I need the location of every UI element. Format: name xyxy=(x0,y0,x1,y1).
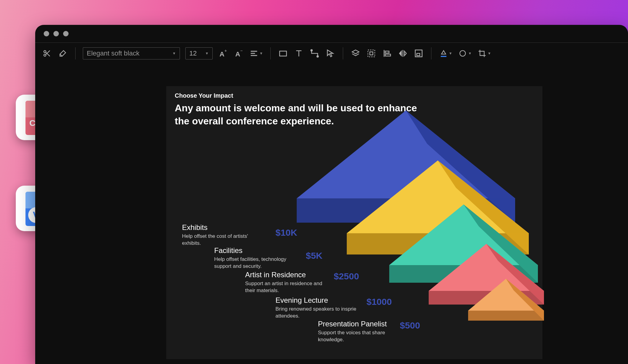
tier-amount: $10K xyxy=(275,228,297,238)
tier-desc: Help offset facilities, technology suppo… xyxy=(214,256,293,270)
svg-point-3 xyxy=(44,51,46,53)
font-family-value: Elegant soft black xyxy=(87,49,140,57)
rectangle-shape-icon[interactable] xyxy=(278,48,288,59)
window-titlebar xyxy=(35,25,628,42)
svg-rect-23 xyxy=(385,54,391,56)
cut-icon[interactable] xyxy=(42,48,52,59)
chevron-down-icon: ▼ xyxy=(205,51,209,56)
tier-desc: Help offset the cost of artists' exhibit… xyxy=(182,233,261,247)
align-objects-icon[interactable] xyxy=(382,48,392,59)
minimize-window-button[interactable] xyxy=(53,31,59,36)
decrease-font-icon[interactable]: A− xyxy=(234,48,244,59)
tier-label: Evening Lecture xyxy=(275,296,328,305)
connector-icon[interactable] xyxy=(309,48,320,59)
svg-text:A: A xyxy=(235,50,240,58)
align-icon[interactable]: ▼ xyxy=(250,48,263,59)
font-size-select[interactable]: 12 ▼ xyxy=(185,47,213,59)
svg-text:−: − xyxy=(240,49,243,53)
svg-rect-19 xyxy=(368,50,375,57)
svg-rect-14 xyxy=(280,51,287,56)
svg-point-18 xyxy=(317,56,319,57)
tier-amount: $2500 xyxy=(334,271,359,281)
tier-desc: Support the voices that share knowledge. xyxy=(318,329,397,343)
svg-rect-26 xyxy=(441,56,447,57)
text-tool-icon[interactable] xyxy=(294,48,304,59)
svg-text:+: + xyxy=(225,49,227,53)
group-icon[interactable] xyxy=(366,48,376,59)
svg-rect-25 xyxy=(417,53,420,56)
tier-amount: $5K xyxy=(306,251,322,261)
svg-text:A: A xyxy=(220,50,225,58)
slide-canvas[interactable]: Choose Your Impact Any amount is welcome… xyxy=(166,86,542,359)
font-family-select[interactable]: Elegant soft black ▼ xyxy=(83,47,180,59)
app-window: Elegant soft black ▼ 12 ▼ A+ A− ▼ xyxy=(35,25,628,364)
flip-icon[interactable] xyxy=(398,48,408,59)
increase-font-icon[interactable]: A+ xyxy=(218,48,228,59)
svg-rect-20 xyxy=(370,52,373,55)
outline-icon[interactable]: ▼ xyxy=(458,48,472,59)
pointer-icon[interactable] xyxy=(325,48,336,59)
layers-icon[interactable] xyxy=(350,48,361,59)
tier-label: Artist in Residence xyxy=(245,271,306,279)
fill-color-icon[interactable]: ▼ xyxy=(439,48,453,59)
close-window-button[interactable] xyxy=(44,31,49,36)
svg-point-17 xyxy=(311,50,312,51)
chevron-down-icon: ▼ xyxy=(172,51,176,56)
tier-desc: Bring renowned speakers to insprie atten… xyxy=(275,306,363,320)
tier-amount: $500 xyxy=(400,320,420,331)
tier-label: Presentation Panelist xyxy=(318,320,387,328)
tier-desc: Support an artist in residence and their… xyxy=(245,280,330,294)
svg-rect-22 xyxy=(385,51,389,53)
toolbar: Elegant soft black ▼ 12 ▼ A+ A− ▼ xyxy=(35,43,628,64)
crop-icon[interactable]: ▼ xyxy=(478,48,491,59)
font-size-value: 12 xyxy=(189,49,197,57)
position-icon[interactable] xyxy=(414,48,424,59)
svg-point-4 xyxy=(44,54,46,56)
tier-amount: $1000 xyxy=(366,297,392,307)
format-painter-icon[interactable] xyxy=(58,48,68,59)
maximize-window-button[interactable] xyxy=(63,31,69,36)
tier-label: Facilities xyxy=(214,246,242,255)
svg-point-27 xyxy=(460,51,466,56)
tier-label: Exhibits xyxy=(182,223,208,232)
